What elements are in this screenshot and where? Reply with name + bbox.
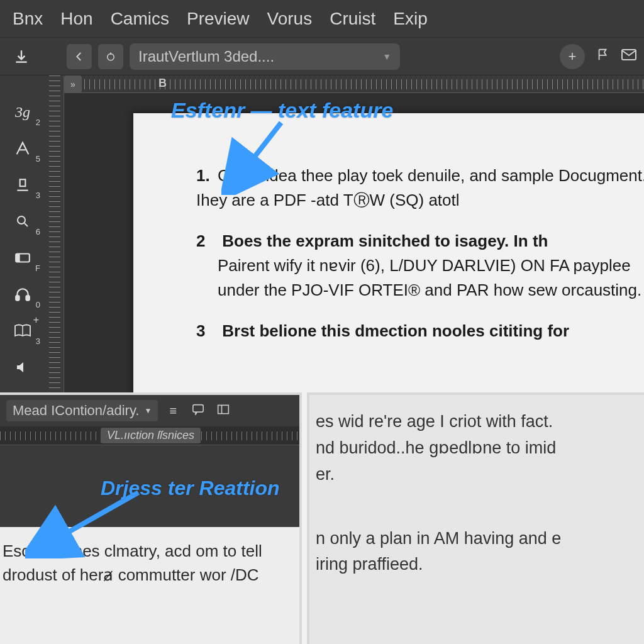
tool-align[interactable]: 3 <box>9 172 36 197</box>
address-bar[interactable]: IrautVertlum 3ded.... ▼ <box>130 43 400 70</box>
back-button[interactable] <box>67 44 92 69</box>
bl-line-1: Escitiom thes clmatry, acd om to tell <box>3 540 293 564</box>
tool-headset[interactable]: 0 <box>9 282 36 307</box>
br-line-2: n only a plan in AM having and e iring p… <box>316 526 636 579</box>
bl-toolbar: Mead IContion/adiry.▼ ≡ <box>0 395 299 426</box>
doc-paragraph-1: 1.Cordblidea thee play toek denuile, and… <box>196 164 644 213</box>
doc-paragraph-2: 2 Boes the expram sinitched to isagey. I… <box>196 229 644 303</box>
add-button[interactable]: + <box>560 44 585 69</box>
svg-rect-2 <box>20 179 26 186</box>
svg-rect-5 <box>16 254 20 262</box>
svg-point-0 <box>108 53 114 60</box>
list-icon[interactable]: ≡ <box>163 404 183 418</box>
bl-ruler-badge: VL.ııction ſſsnices <box>101 428 201 443</box>
menu-preview[interactable]: Preview <box>187 9 250 29</box>
annotation-reattion: Drjess ter Reattion <box>101 477 280 500</box>
bl-line-2: drodust of herⱥ commutter wor /DC <box>3 564 293 587</box>
tool-measure[interactable]: 5 <box>9 136 36 161</box>
toolbar: IrautVertlum 3ded.... ▼ + <box>0 38 644 75</box>
bl-ruler[interactable]: VL.ııction ſſsnices <box>0 426 299 445</box>
snippet-bottom-right: es wid re're age I criot with fact. nd b… <box>307 392 644 644</box>
menu-vorus[interactable]: Vorus <box>267 9 313 29</box>
menu-exip[interactable]: Exip <box>393 9 427 29</box>
comment-icon[interactable] <box>188 404 208 418</box>
ruler-horizontal[interactable]: B <box>64 75 644 93</box>
svg-point-3 <box>18 216 25 224</box>
menu-hon[interactable]: Hon <box>60 9 92 29</box>
menu-cruist[interactable]: Cruist <box>330 9 375 29</box>
snippet-bottom-left: Mead IContion/adiry.▼ ≡ VL.ııction ſſsni… <box>0 392 302 644</box>
download-icon[interactable] <box>8 43 35 70</box>
ruler-marker-b: B <box>158 77 167 90</box>
svg-rect-10 <box>218 405 229 413</box>
tool-speaker[interactable] <box>9 355 36 380</box>
svg-rect-7 <box>26 296 29 301</box>
reload-button[interactable] <box>98 44 123 69</box>
bl-document[interactable]: Escitiom thes clmatry, acd om to tell dr… <box>0 527 302 644</box>
svg-rect-9 <box>193 404 203 411</box>
tool-3g[interactable]: 3g2 <box>9 99 36 125</box>
tool-panel[interactable]: F <box>9 245 36 270</box>
svg-rect-6 <box>16 296 19 301</box>
chevron-down-icon[interactable]: ▼ <box>382 52 391 62</box>
doc-paragraph-3: 3 Brst belione this dmection nooles citi… <box>196 319 644 343</box>
panel-icon[interactable] <box>213 404 233 418</box>
flag-icon[interactable] <box>596 48 610 65</box>
panel-collapse-icon[interactable]: » <box>64 75 82 93</box>
tool-book[interactable]: + 3 <box>9 318 36 343</box>
address-text: IrautVertlum 3ded.... <box>138 48 274 65</box>
menu-camics[interactable]: Camics <box>111 9 169 29</box>
bl-dropdown[interactable]: Mead IContion/adiry.▼ <box>6 400 158 421</box>
menubar: Bnx Hon Camics Preview Vorus Cruist Exip <box>0 0 644 38</box>
tool-search[interactable]: 6 <box>9 209 36 234</box>
menu-bnx[interactable]: Bnx <box>13 9 43 29</box>
br-line-1: es wid re're age I criot with fact. nd b… <box>316 409 636 488</box>
mail-icon[interactable] <box>621 48 636 65</box>
